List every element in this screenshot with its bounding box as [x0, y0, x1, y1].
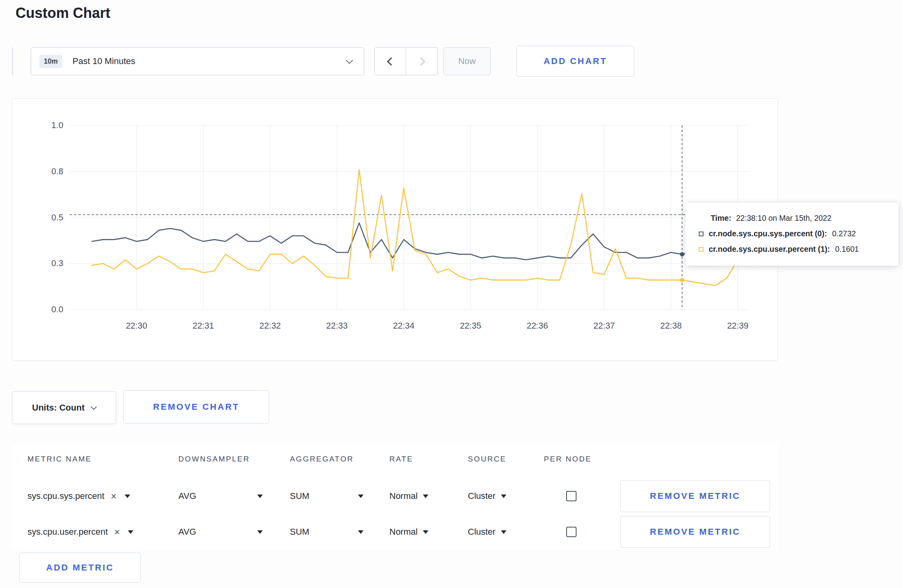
tooltip-series-label: cr.node.sys.cpu.user.percent (1):: [709, 245, 830, 254]
downsampler-select[interactable]: AVG: [178, 514, 263, 550]
downsampler-value: AVG: [178, 491, 196, 501]
col-header-aggregator: AGGREGATOR: [290, 455, 354, 463]
per-node-cell: [566, 514, 577, 550]
svg-text:22:36: 22:36: [527, 321, 548, 331]
downsampler-value: AVG: [178, 527, 196, 537]
add-metric-button[interactable]: ADD METRIC: [19, 553, 141, 583]
svg-text:22:35: 22:35: [460, 321, 481, 331]
col-header-metric-name: METRIC NAME: [27, 455, 92, 463]
downsampler-select[interactable]: AVG: [178, 478, 263, 514]
svg-text:0.8: 0.8: [51, 167, 63, 176]
per-node-cell: [566, 478, 577, 514]
per-node-checkbox[interactable]: [566, 491, 577, 501]
metric-name-select[interactable]: sys.cpu.user.percent ×: [27, 514, 133, 550]
caret-down-icon: [257, 495, 263, 498]
units-select[interactable]: Units: Count: [12, 391, 116, 424]
tooltip-series-row: cr.node.sys.cpu.sys.percent (0): 0.2732: [699, 229, 887, 238]
caret-down-icon: [423, 530, 428, 534]
chart-card: 1.00.80.50.30.022:3022:3122:3222:3322:34…: [12, 98, 778, 361]
caret-down-icon: [257, 530, 263, 534]
svg-text:0.5: 0.5: [51, 213, 63, 222]
caret-down-icon: [501, 495, 506, 498]
source-value: Cluster: [468, 491, 496, 501]
source-select[interactable]: Cluster: [468, 514, 506, 550]
svg-text:22:34: 22:34: [393, 321, 414, 331]
metric-name-select[interactable]: sys.cpu.sys.percent ×: [27, 478, 130, 514]
col-header-per-node: PER NODE: [544, 455, 592, 463]
svg-text:22:39: 22:39: [727, 321, 749, 331]
caret-down-icon: [423, 495, 428, 498]
time-range-select[interactable]: 10m Past 10 Minutes: [31, 47, 364, 75]
chart-hover-tooltip: Time: 22:38:10 on Mar 15th, 2022 cr.node…: [685, 202, 899, 266]
svg-text:22:30: 22:30: [126, 321, 147, 331]
aggregator-value: SUM: [290, 491, 309, 501]
time-pager: [374, 47, 438, 75]
rate-value: Normal: [389, 527, 418, 537]
tooltip-time-label: Time:: [711, 214, 731, 223]
prev-time-button[interactable]: [374, 47, 406, 75]
next-time-button[interactable]: [406, 47, 438, 75]
tooltip-series-value: 0.2732: [832, 229, 856, 238]
caret-down-icon: [358, 495, 364, 498]
aggregator-select[interactable]: SUM: [290, 478, 364, 514]
remove-metric-button[interactable]: REMOVE METRIC: [620, 480, 770, 512]
metric-name-value: sys.cpu.user.percent: [27, 527, 108, 537]
page-title: Custom Chart: [16, 5, 110, 21]
caret-down-icon: [125, 495, 130, 498]
chart-svg[interactable]: 1.00.80.50.30.022:3022:3122:3222:3322:34…: [12, 99, 778, 361]
toolbar-divider: [12, 47, 13, 75]
tooltip-time-value: 22:38:10 on Mar 15th, 2022: [736, 214, 832, 223]
series-swatch-icon: [699, 247, 704, 252]
svg-text:22:38: 22:38: [660, 321, 682, 331]
tooltip-series-row: cr.node.sys.cpu.user.percent (1): 0.1601: [699, 245, 887, 254]
add-chart-button[interactable]: ADD CHART: [516, 46, 634, 77]
remove-metric-button[interactable]: REMOVE METRIC: [620, 516, 770, 548]
tooltip-series-value: 0.1601: [835, 245, 859, 254]
rate-value: Normal: [389, 491, 418, 501]
time-range-badge: 10m: [39, 55, 62, 68]
chevron-left-icon: [387, 57, 395, 65]
tooltip-time-row: Time: 22:38:10 on Mar 15th, 2022: [711, 214, 887, 223]
caret-down-icon: [501, 530, 506, 534]
per-node-checkbox[interactable]: [566, 527, 577, 537]
metrics-table: METRIC NAME DOWNSAMPLER AGGREGATOR RATE …: [12, 444, 778, 549]
units-label: Units: Count: [32, 403, 85, 413]
svg-text:22:37: 22:37: [594, 321, 615, 331]
chevron-down-icon: [91, 403, 97, 410]
col-header-rate: RATE: [389, 455, 413, 463]
chevron-right-icon: [416, 57, 425, 65]
aggregator-select[interactable]: SUM: [290, 514, 364, 550]
series-swatch-icon: [699, 232, 704, 236]
metric-name-value: sys.cpu.sys.percent: [27, 491, 104, 501]
tooltip-series-label: cr.node.sys.cpu.sys.percent (0):: [709, 229, 827, 238]
clear-metric-icon[interactable]: ×: [114, 527, 120, 537]
now-button[interactable]: Now: [444, 47, 491, 75]
rate-select[interactable]: Normal: [389, 514, 428, 550]
svg-text:22:32: 22:32: [260, 321, 281, 331]
aggregator-value: SUM: [290, 527, 309, 537]
remove-chart-button[interactable]: REMOVE CHART: [123, 390, 269, 424]
table-row: sys.cpu.sys.percent × AVG SUM Normal Clu…: [12, 478, 778, 514]
caret-down-icon: [358, 530, 364, 534]
source-select[interactable]: Cluster: [468, 478, 506, 514]
svg-text:22:33: 22:33: [326, 321, 348, 331]
chevron-down-icon: [346, 56, 353, 64]
time-range-label: Past 10 Minutes: [72, 56, 135, 66]
col-header-downsampler: DOWNSAMPLER: [178, 455, 250, 463]
svg-text:0.0: 0.0: [51, 305, 63, 314]
svg-text:1.0: 1.0: [51, 121, 63, 130]
col-header-source: SOURCE: [468, 455, 506, 463]
caret-down-icon: [128, 530, 133, 534]
clear-metric-icon[interactable]: ×: [111, 491, 117, 501]
table-row: sys.cpu.user.percent × AVG SUM Normal Cl…: [12, 514, 778, 550]
source-value: Cluster: [468, 527, 496, 537]
rate-select[interactable]: Normal: [389, 478, 428, 514]
svg-text:22:31: 22:31: [193, 321, 214, 331]
svg-text:0.3: 0.3: [51, 259, 63, 268]
